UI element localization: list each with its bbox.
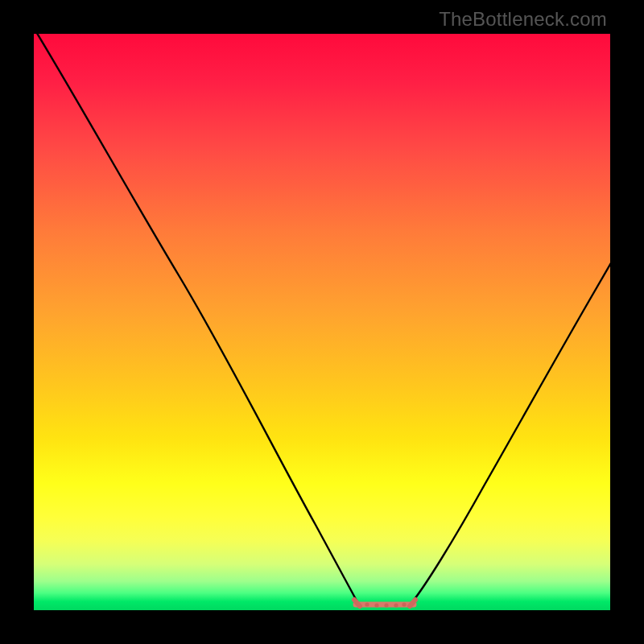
optimal-range-dot	[394, 603, 398, 607]
brand-watermark: TheBottleneck.com	[439, 8, 607, 31]
optimal-range-dot	[365, 602, 369, 606]
optimal-range-dot	[374, 603, 378, 607]
right-curve	[412, 262, 610, 602]
optimal-range-dot	[384, 603, 388, 607]
left-curve	[35, 34, 357, 602]
plot-area	[34, 34, 610, 610]
chart-svg	[34, 34, 610, 610]
optimal-range-marker	[354, 600, 415, 608]
chart-frame: TheBottleneck.com	[0, 0, 644, 644]
optimal-range-dot	[402, 602, 406, 606]
